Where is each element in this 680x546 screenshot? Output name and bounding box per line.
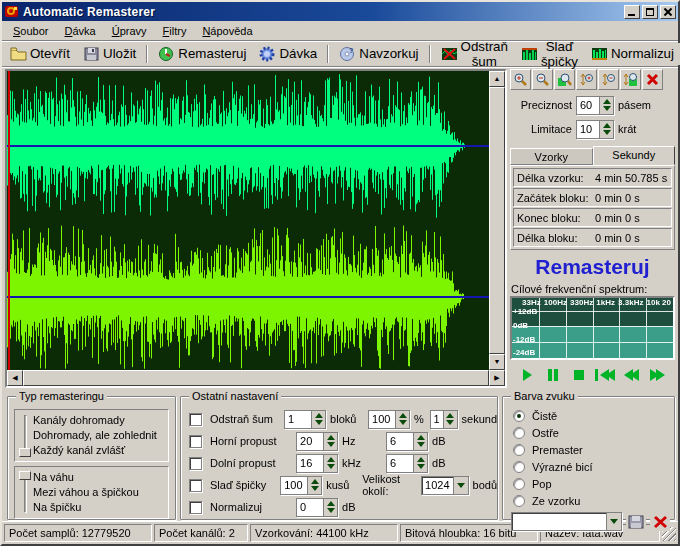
tab-sekundy[interactable]: Sekundy xyxy=(593,146,676,165)
lowpass-db-spinner[interactable]: 6 xyxy=(386,454,428,473)
channel-mode-option[interactable]: Kanály dohromady xyxy=(33,413,166,428)
target-spectrum-editor[interactable]: 33Hz100Hz330Hz1kHz3.3kHz10k 20 +12dB 0dB… xyxy=(510,296,675,360)
zoom-in-horizontal-button[interactable] xyxy=(510,69,531,90)
tab-vzorky[interactable]: Vzorky xyxy=(510,148,593,165)
weight-mode-option[interactable]: Na špičku xyxy=(33,500,166,515)
channel-mode-option[interactable]: Dohromady, ale zohlednit xyxy=(33,428,166,443)
denoise-blocks-spinner[interactable]: 1 xyxy=(284,410,326,429)
zoom-fit-vertical-button[interactable] xyxy=(620,69,641,90)
radio-ostre[interactable]: Ostře xyxy=(513,424,674,441)
maximize-button[interactable] xyxy=(642,5,658,19)
horizontal-scroll-thumb[interactable] xyxy=(23,370,489,386)
zoom-toolbar xyxy=(510,69,675,90)
play-button[interactable] xyxy=(516,365,538,385)
limit-spinner[interactable]: 10 xyxy=(576,120,614,139)
zoom-fit-horizontal-button[interactable] xyxy=(554,69,575,90)
neighborhood-combo[interactable]: 1024 xyxy=(421,476,468,495)
spectrum-freq-labels: 33Hz100Hz330Hz1kHz3.3kHz10k 20 xyxy=(520,298,673,307)
weight-mode-slider[interactable] xyxy=(17,470,33,515)
precision-spinner[interactable]: 60 xyxy=(576,96,614,115)
delete-preset-button[interactable] xyxy=(650,513,670,531)
channel-mode-option[interactable]: Každý kanál zvlášť xyxy=(33,443,166,458)
save-button[interactable]: Uložit xyxy=(77,43,142,65)
radio-ze-vzorku[interactable]: Ze vzorku xyxy=(513,492,674,509)
dropdown-arrow-icon[interactable] xyxy=(453,477,468,494)
radio-premaster[interactable]: Premaster xyxy=(513,441,674,458)
highpass-db-spinner[interactable]: 6 xyxy=(386,432,428,451)
slider-thumb[interactable] xyxy=(19,448,31,457)
block-start-row: Začátek bloku: 0 min 0 s xyxy=(513,188,672,207)
menu-napoveda[interactable]: Nápověda xyxy=(195,23,259,39)
block-start-value: 0 min 0 s xyxy=(595,192,640,204)
open-button[interactable]: Otevřít xyxy=(4,43,76,65)
app-window: Automatic Remasterer Soubor Dávka Úpravy… xyxy=(0,0,680,546)
waveform-display[interactable] xyxy=(7,71,489,370)
menu-davka[interactable]: Dávka xyxy=(57,23,102,39)
slider-thumb[interactable] xyxy=(19,471,31,480)
channel-mode-slider[interactable] xyxy=(17,413,33,458)
rewind-button[interactable] xyxy=(620,365,642,385)
precision-spin-buttons[interactable] xyxy=(599,97,613,114)
normalize-db-spinner[interactable]: 0 xyxy=(296,498,338,517)
remaster-button[interactable]: Remasteruj xyxy=(152,43,252,65)
normalize-button[interactable]: Normalizuj xyxy=(585,43,680,65)
waveform-horizontal-scrollbar[interactable]: ◀ ▶ xyxy=(7,370,505,386)
lowpass-row: Dolní propust 16 kHz 6 dB xyxy=(189,453,497,473)
right-panel: Preciznost 60 pásem Limitace 10 krát Vzo… xyxy=(510,69,675,388)
scroll-left-button[interactable]: ◀ xyxy=(7,370,23,386)
remaster-big-button[interactable]: Remasteruj xyxy=(510,252,675,282)
vertical-scroll-thumb[interactable] xyxy=(489,87,505,354)
minimize-button[interactable] xyxy=(624,5,640,19)
denoise-seconds-spinner[interactable]: 1 xyxy=(430,410,458,429)
remaster-type-group: Typ remasteringu Kanály dohromady Dohrom… xyxy=(7,396,176,520)
gear-icon xyxy=(259,46,276,62)
scroll-down-button[interactable]: ▼ xyxy=(489,354,505,370)
forward-button[interactable] xyxy=(646,365,668,385)
preset-combo[interactable] xyxy=(511,512,622,531)
dropdown-arrow-icon[interactable] xyxy=(606,513,621,530)
radio-pop[interactable]: Pop xyxy=(513,475,674,492)
skip-start-button[interactable] xyxy=(594,365,616,385)
align-peaks-count-spinner[interactable]: 100 xyxy=(280,476,322,495)
radio-vyrazne-bici[interactable]: Výrazné bicí xyxy=(513,458,674,475)
stop-button[interactable] xyxy=(568,365,590,385)
align-peaks-checkbox[interactable] xyxy=(189,479,202,492)
menu-upravy[interactable]: Úpravy xyxy=(105,23,154,39)
status-sample-count: Počet samplů: 12779520 xyxy=(4,524,152,542)
batch-button[interactable]: Dávka xyxy=(253,43,323,65)
minimize-icon xyxy=(628,14,635,16)
menu-filtry[interactable]: Filtry xyxy=(156,23,194,39)
close-file-button[interactable] xyxy=(642,69,663,90)
highpass-checkbox[interactable] xyxy=(189,435,202,448)
zoom-out-vertical-button[interactable] xyxy=(598,69,619,90)
zoom-fit-vertical-icon xyxy=(623,72,638,87)
lowpass-freq-spinner[interactable]: 16 xyxy=(296,454,338,473)
scroll-up-button[interactable]: ▲ xyxy=(489,71,505,87)
highpass-freq-spinner[interactable]: 20 xyxy=(296,432,338,451)
align-peaks-button[interactable]: Slaď špičky xyxy=(515,43,584,65)
resample-button[interactable]: ? Navzorkuj xyxy=(333,43,424,65)
close-button[interactable] xyxy=(660,5,676,19)
title-bar[interactable]: Automatic Remasterer xyxy=(2,2,678,21)
denoise-percent-spinner[interactable]: 100 xyxy=(368,410,410,429)
spectrum-title: Cílové frekvenční spektrum: xyxy=(511,283,675,295)
save-preset-button[interactable] xyxy=(626,513,646,531)
denoise-button[interactable]: Odstraň šum xyxy=(435,43,514,65)
scroll-right-button[interactable]: ▶ xyxy=(489,370,505,386)
weight-mode-option[interactable]: Mezi váhou a špičkou xyxy=(33,485,166,500)
denoise-icon xyxy=(441,46,458,62)
radio-ciste[interactable]: Čistě xyxy=(513,407,674,424)
denoise-checkbox[interactable] xyxy=(189,413,202,426)
pause-button[interactable] xyxy=(542,365,564,385)
lowpass-checkbox[interactable] xyxy=(189,457,202,470)
zoom-in-vertical-button[interactable] xyxy=(576,69,597,90)
sample-length-value: 4 min 50.785 s xyxy=(595,172,667,184)
weight-mode-option[interactable]: Na váhu xyxy=(33,470,166,485)
db-label: -24dB xyxy=(513,348,535,357)
limit-row: Limitace 10 krát xyxy=(510,118,675,140)
waveform-vertical-scrollbar[interactable]: ▲ ▼ xyxy=(489,71,505,370)
menu-soubor[interactable]: Soubor xyxy=(6,23,55,39)
zoom-out-horizontal-button[interactable] xyxy=(532,69,553,90)
normalize-checkbox[interactable] xyxy=(189,501,202,514)
limit-spin-buttons[interactable] xyxy=(599,121,613,138)
